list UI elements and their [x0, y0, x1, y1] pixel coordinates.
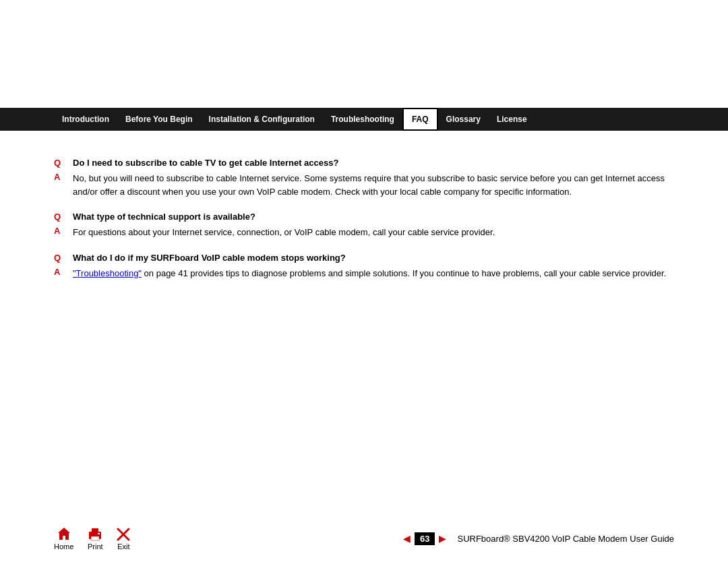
footer-icons: Home Print Exit [54, 526, 130, 551]
a-label-3: A [54, 267, 67, 277]
q-label-2: Q [54, 212, 67, 222]
exit-button[interactable]: Exit [117, 528, 130, 551]
q-label-3: Q [54, 253, 67, 263]
home-button[interactable]: Home [54, 526, 73, 551]
question-row-1: Q Do I need to subscribe to cable TV to … [54, 158, 674, 168]
troubleshooting-link[interactable]: "Troubleshooting" [73, 268, 142, 278]
main-content: Q Do I need to subscribe to cable TV to … [0, 131, 728, 515]
print-icon [87, 528, 103, 541]
svg-rect-2 [91, 536, 99, 540]
nav-item-installation[interactable]: Installation & Configuration [201, 109, 323, 129]
footer: Home Print Exit [0, 515, 728, 562]
svg-marker-0 [58, 528, 70, 540]
footer-right: ◀ 63 ▶ SURFboard® SBV4200 VoIP Cable Mod… [403, 532, 674, 545]
answer-row-2: A For questions about your Internet serv… [54, 226, 674, 239]
question-row-2: Q What type of technical support is avai… [54, 212, 674, 222]
q-label-1: Q [54, 158, 67, 168]
page-number: 63 [415, 532, 435, 545]
exit-icon [117, 528, 130, 541]
print-button[interactable]: Print [87, 528, 103, 551]
nav-item-license[interactable]: License [489, 109, 535, 129]
answer-text-2: For questions about your Internet servic… [73, 226, 495, 239]
page-container: Introduction Before You Begin Installati… [0, 0, 728, 562]
nav-item-glossary[interactable]: Glossary [438, 109, 489, 129]
nav-bar: Introduction Before You Begin Installati… [0, 108, 728, 131]
nav-item-faq[interactable]: FAQ [402, 108, 438, 131]
faq-block-1: Q Do I need to subscribe to cable TV to … [54, 158, 674, 198]
home-icon [57, 526, 71, 541]
faq-section: Q Do I need to subscribe to cable TV to … [54, 158, 674, 280]
a-label-1: A [54, 172, 67, 182]
answer-row-3: A "Troubleshooting" on page 41 provides … [54, 267, 674, 280]
home-label: Home [54, 542, 73, 551]
nav-item-troubleshooting[interactable]: Troubleshooting [323, 109, 402, 129]
page-nav: ◀ 63 ▶ [403, 532, 446, 545]
print-label: Print [88, 542, 103, 551]
question-row-3: Q What do I do if my SURFboard VoIP cabl… [54, 253, 674, 263]
a-label-2: A [54, 226, 67, 236]
nav-item-before-you-begin[interactable]: Before You Begin [117, 109, 201, 129]
question-text-1: Do I need to subscribe to cable TV to ge… [73, 158, 338, 168]
question-text-3: What do I do if my SURFboard VoIP cable … [73, 253, 346, 263]
faq-block-3: Q What do I do if my SURFboard VoIP cabl… [54, 253, 674, 280]
answer-suffix-3: on page 41 provides tips to diagnose pro… [142, 268, 666, 278]
svg-rect-3 [92, 528, 98, 532]
exit-label: Exit [117, 542, 129, 551]
question-text-2: What type of technical support is availa… [73, 212, 255, 222]
answer-row-1: A No, but you will need to subscribe to … [54, 172, 674, 198]
next-page-button[interactable]: ▶ [439, 533, 446, 544]
answer-text-1: No, but you will need to subscribe to ca… [73, 172, 674, 198]
faq-block-2: Q What type of technical support is avai… [54, 212, 674, 239]
prev-page-button[interactable]: ◀ [403, 533, 411, 544]
footer-title: SURFboard® SBV4200 VoIP Cable Modem User… [457, 534, 674, 544]
answer-text-3: "Troubleshooting" on page 41 provides ti… [73, 267, 666, 280]
svg-rect-4 [98, 533, 100, 534]
nav-item-introduction[interactable]: Introduction [54, 109, 117, 129]
